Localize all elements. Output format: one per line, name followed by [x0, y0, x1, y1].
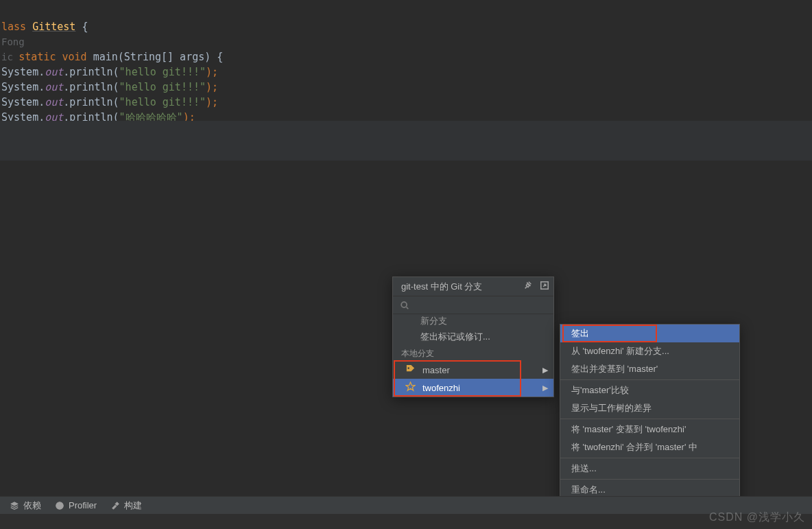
code-end-1: ); [206, 66, 218, 78]
code-keyword-static-void: static void [19, 51, 93, 63]
chevron-right-icon: ▶ [542, 366, 548, 375]
code-string-3: "hello git!!!" [119, 96, 206, 108]
svg-point-1 [401, 302, 407, 307]
section-label: 本地分支 [401, 348, 434, 360]
branch-item-master[interactable]: master ▶ [393, 361, 553, 379]
code-system: System. [1, 81, 45, 93]
code-end-2: ); [206, 81, 218, 93]
code-system: System. [1, 66, 45, 78]
toolwindow-label: 构建 [124, 499, 142, 512]
star-icon [405, 381, 416, 394]
toolwindow-label: 依赖 [23, 499, 41, 512]
action-checkout[interactable]: 签出 [560, 325, 739, 342]
hammer-icon [110, 501, 120, 510]
menu-item-new-branch[interactable]: 新分支 [393, 314, 553, 328]
action-push[interactable]: 推送... [560, 460, 739, 478]
action-label: 签出并变基到 'master' [571, 363, 658, 375]
action-new-branch-from[interactable]: 从 'twofenzhi' 新建分支... [560, 342, 739, 360]
branch-item-twofenzhi[interactable]: twofenzhi ▶ [393, 379, 553, 397]
branch-actions-submenu[interactable]: 签出 从 'twofenzhi' 新建分支... 签出并变基到 'master'… [560, 324, 740, 517]
code-mod-frag: ic [1, 51, 19, 62]
bottom-tool-window-bar: 依赖 Profiler 构建 [0, 496, 812, 514]
menu-separator [560, 379, 739, 380]
menu-item-checkout-tag[interactable]: 签出标记或修订... [393, 328, 553, 346]
code-keyword-class: lass [1, 21, 32, 33]
code-editor[interactable]: lass Gittest { Fong ic static void main(… [0, 0, 812, 129]
code-println: .println( [63, 66, 119, 78]
action-label: 将 'master' 变基到 'twofenzhi' [571, 423, 686, 436]
action-label: 签出 [571, 327, 589, 340]
layers-icon [10, 501, 19, 510]
code-println: .println( [63, 96, 119, 108]
action-rebase-onto[interactable]: 将 'master' 变基到 'twofenzhi' [560, 421, 739, 438]
menu-separator [560, 479, 739, 480]
code-params: (String[] args) { [118, 51, 224, 63]
popup-title-bar: git-test 中的 Git 分支 [393, 277, 553, 296]
toolwindow-profiler[interactable]: Profiler [55, 500, 97, 510]
action-label: 与'master'比较 [571, 384, 629, 397]
code-end-3: ); [206, 96, 218, 108]
gauge-icon [55, 501, 64, 510]
branch-name: master [422, 365, 542, 375]
popup-title-text: git-test 中的 Git 分支 [401, 281, 482, 293]
code-system: System. [1, 96, 45, 108]
menu-separator [560, 458, 739, 458]
code-out-field: out [45, 66, 63, 78]
action-label: 从 'twofenzhi' 新建分支... [571, 345, 669, 357]
svg-point-2 [407, 367, 409, 369]
menu-separator [560, 419, 739, 419]
bookmark-icon [405, 364, 416, 376]
toolwindow-label: Profiler [69, 500, 97, 510]
code-out-field: out [45, 81, 63, 93]
code-println: .println( [63, 81, 119, 93]
menu-item-label: 签出标记或修订... [420, 331, 548, 343]
chevron-right-icon: ▶ [542, 384, 548, 392]
code-fn-name: main [93, 51, 118, 63]
code-string-2: "hello git!!!" [119, 81, 206, 93]
pin-icon[interactable] [523, 281, 533, 292]
maximize-icon[interactable] [540, 281, 549, 292]
menu-item-label: 新分支 [420, 315, 548, 327]
action-label: 推送... [571, 462, 597, 475]
action-label: 将 'twofenzhi' 合并到 'master' 中 [571, 441, 697, 454]
code-param-hint: Fong [1, 36, 25, 47]
action-label: 显示与工作树的差异 [571, 402, 652, 414]
code-brace: { [75, 21, 88, 33]
toolwindow-build[interactable]: 构建 [110, 499, 142, 512]
search-icon [400, 301, 409, 310]
action-compare[interactable]: 与'master'比较 [560, 381, 739, 399]
code-out-field: out [45, 96, 63, 108]
action-checkout-rebase[interactable]: 签出并变基到 'master' [560, 360, 739, 378]
status-bar [0, 514, 812, 529]
toolwindow-dependencies[interactable]: 依赖 [10, 499, 41, 512]
code-classname: Gittest [32, 21, 75, 33]
action-label: 重命名... [571, 484, 606, 496]
branch-search-input[interactable] [393, 296, 553, 314]
branch-name: twofenzhi [422, 383, 542, 393]
git-branches-popup[interactable]: git-test 中的 Git 分支 新分支 签出标记或修订... 本地分支 m… [392, 277, 554, 397]
action-merge-into[interactable]: 将 'twofenzhi' 合并到 'master' 中 [560, 438, 739, 456]
code-string-1: "hello git!!!" [119, 66, 206, 78]
editor-gutter-bg [0, 121, 812, 161]
action-show-diff[interactable]: 显示与工作树的差异 [560, 399, 739, 417]
section-header-local-branches: 本地分支 [393, 346, 553, 361]
